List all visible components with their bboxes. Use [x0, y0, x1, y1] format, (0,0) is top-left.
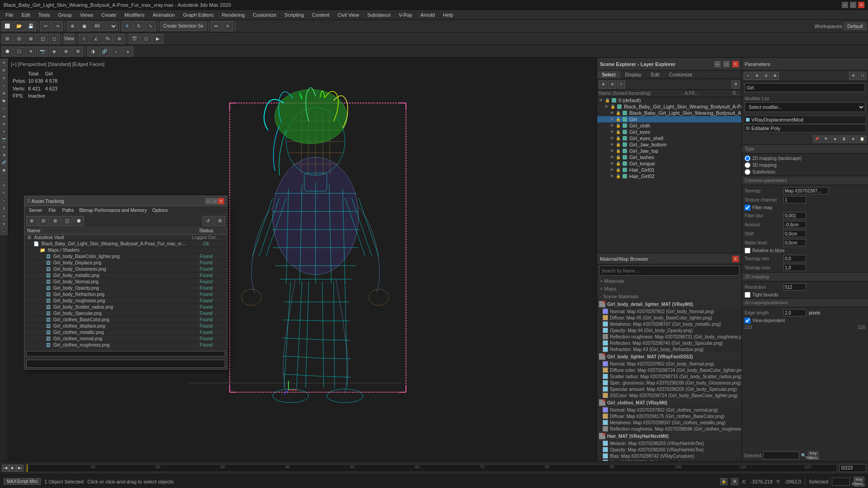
texmap-input[interactable] — [783, 187, 829, 194]
filter-blur-input[interactable] — [783, 212, 806, 219]
at-tb-1[interactable]: ⊕ — [26, 216, 37, 226]
bind-button[interactable]: ⬦ — [111, 47, 122, 56]
shift-input[interactable] — [783, 230, 806, 237]
workspaces-dropdown[interactable]: Default — [844, 23, 866, 30]
radio-subdivision[interactable]: Subdivision — [745, 169, 865, 175]
side-icon-20[interactable]: ⊻ — [0, 205, 8, 212]
at-settings-button[interactable]: ⚙ — [214, 216, 225, 226]
object-name-input[interactable] — [745, 83, 865, 92]
view-dependent-checkbox[interactable] — [745, 318, 750, 324]
undo-button[interactable]: ↩ — [40, 21, 51, 31]
menu-civil-view[interactable]: Civil View — [334, 11, 363, 19]
material-map-item[interactable]: SSColor: Map #2070298724 (Girl_body_Base… — [597, 392, 741, 399]
se-restore[interactable]: □ — [723, 61, 730, 67]
material-map-item[interactable]: Normal: Map #2070297802 (Girl_clothes_no… — [597, 407, 741, 413]
at-restore[interactable]: □ — [212, 198, 218, 204]
se-tree[interactable]: 👁 🔒 0 (default) 👁 🔒 Black_Baby_Girl_Ligh… — [597, 97, 741, 253]
menu-vray[interactable]: V-Ray — [395, 11, 416, 19]
props-tb-5[interactable]: ⚙ — [849, 72, 857, 80]
side-icon-1[interactable]: ⊕ — [0, 59, 8, 66]
modifier-list-dropdown[interactable]: Select modifier... — [745, 102, 865, 112]
scene-explorer-item[interactable]: 👁 🔒 Hair_Girl02 — [597, 173, 741, 179]
menu-customize[interactable]: Customize — [249, 11, 280, 19]
timeline-next-frame[interactable]: ▶| — [16, 465, 24, 472]
at-tree[interactable]: 🏛 Autodesk Vault Logged Out ... 📄 Black_… — [24, 235, 227, 348]
props-tb-4[interactable]: ⊠ — [771, 72, 779, 80]
material-map-item[interactable]: Specular amount: Map #2070298205 (Girl_b… — [597, 386, 741, 392]
align-button[interactable]: ≡ — [222, 21, 233, 31]
selected-input[interactable] — [763, 451, 799, 460]
key-filters-button[interactable]: Key Filters... — [808, 451, 819, 460]
move-button[interactable]: ✛ — [122, 21, 132, 31]
side-icon-12[interactable]: ⊗ — [0, 143, 8, 150]
view-select[interactable]: View — [64, 34, 75, 44]
radio-3d-input[interactable] — [745, 162, 750, 168]
menu-group[interactable]: Group — [54, 11, 75, 19]
scene-explorer-item[interactable]: 👁 🔒 Hair_Girl01 — [597, 167, 741, 173]
angle-snap-button[interactable]: ∠ — [90, 34, 101, 44]
scene-explorer-item[interactable]: 👁 🔒 0 (default) — [597, 97, 741, 103]
modifier-editable-poly[interactable]: Editable Poly — [744, 124, 866, 132]
rotate-button[interactable]: ↻ — [133, 21, 144, 31]
save-button[interactable]: 💾 — [25, 21, 36, 31]
scene-explorer-item[interactable]: 👁 🔒 Girl_Jaw_top — [597, 148, 741, 154]
redo-button[interactable]: ↪ — [52, 21, 63, 31]
menu-help[interactable]: Help — [439, 11, 457, 19]
menu-file[interactable]: File — [2, 11, 17, 19]
se-tb-1[interactable]: ⊕ — [599, 80, 607, 89]
se-tb-3[interactable]: ⚙ — [731, 80, 740, 89]
obj-props-button[interactable]: ◑ — [87, 47, 98, 56]
side-icon-9[interactable]: ⚙ — [0, 120, 8, 127]
link-button[interactable]: 🔗 — [99, 47, 110, 56]
se-tab-display[interactable]: Display — [621, 70, 646, 79]
scale-button[interactable]: ⤡ — [145, 21, 156, 31]
material-group[interactable]: Girl_clothes_MAT (VRayMtl) — [597, 399, 741, 407]
create-lights-button[interactable]: ☀ — [25, 47, 36, 56]
asset-tracking-row[interactable]: 🏛 Autodesk Vault Logged Out ... — [24, 235, 227, 241]
at-menu-file[interactable]: File — [46, 207, 58, 213]
material-map-item[interactable]: Metalness: Map #2070298597 (Girl_clothes… — [597, 419, 741, 426]
status-lock-button[interactable]: 🔒 — [720, 478, 727, 485]
at-minimize[interactable]: ─ — [205, 198, 212, 204]
material-map-item[interactable]: Reflection: Map #2070298740 (Girl_body_S… — [597, 340, 741, 346]
at-menu-options[interactable]: Options — [150, 207, 170, 213]
side-icon-17[interactable]: ✛ — [0, 182, 8, 189]
scene-explorer-item[interactable]: 👁 🔒 Black_Baby_Girl_Light_Skin_Wearing_B… — [597, 110, 741, 116]
frame-input[interactable] — [839, 464, 866, 472]
toolbar2-btn2[interactable]: ⊟ — [14, 34, 24, 44]
close-button[interactable]: ✕ — [858, 2, 864, 8]
timeline-track[interactable]: 0 10 20 30 40 50 60 70 80 90 100 110 120 — [25, 464, 837, 472]
menu-rendering[interactable]: Rendering — [218, 11, 249, 19]
toolbar2-btn4[interactable]: ◫ — [37, 34, 48, 44]
mod-copy-button[interactable]: ⊞ — [849, 136, 857, 143]
timeline-play[interactable]: ▶ — [9, 465, 16, 472]
mod-show-button[interactable]: 👁 — [822, 136, 830, 143]
material-map-item[interactable]: Diffuse: Map #2070298175 (Girl_clothes_B… — [597, 413, 741, 419]
maxscript-mini[interactable]: MAXScript Mini — [4, 478, 41, 485]
asset-tracking-row[interactable]: 🖼 Girl_clothes_metallic.png Found — [24, 329, 227, 336]
mod-delete-button[interactable]: 🗑 — [840, 136, 848, 143]
material-map-item[interactable]: Reflection roughness: Map #2070298731 (G… — [597, 333, 741, 340]
asset-tracking-row[interactable]: 🖼 Girl_body_roughness.png Found — [24, 298, 227, 304]
at-close[interactable]: ✕ — [218, 198, 224, 204]
material-map-item[interactable]: Reflection roughness: Map #2070298596 (G… — [597, 426, 741, 432]
maximize-button[interactable]: □ — [850, 2, 856, 8]
material-group[interactable]: Hair_MAT (VRayHairNextMtl) — [597, 432, 741, 440]
se-tab-select[interactable]: Select — [597, 70, 621, 79]
asset-tracking-row[interactable]: 🖼 Girl_clothes_displace.png Found — [24, 323, 227, 329]
asset-tracking-row[interactable]: 📁 Maps / Shaders — [24, 247, 227, 253]
radio-2d-input[interactable] — [745, 155, 750, 161]
menu-edit[interactable]: Edit — [18, 11, 34, 19]
material-map-item[interactable]: Opacity: Map #4 (Girl_body_Opacity.png) — [597, 327, 741, 333]
side-icon-14[interactable]: 🔗 — [0, 159, 8, 166]
toolbar2-btn1[interactable]: ⊞ — [2, 34, 13, 44]
side-icon-15[interactable]: ▣ — [0, 166, 8, 174]
mat-section-maps[interactable]: + Maps — [597, 285, 741, 292]
se-tab-customize[interactable]: Customize — [665, 70, 698, 79]
menu-substance[interactable]: Substance — [363, 11, 394, 19]
render-frame-button[interactable]: ▶ — [152, 34, 163, 44]
se-tb-filter[interactable]: ▽ — [617, 80, 625, 89]
side-icon-18[interactable]: ↻ — [0, 189, 8, 197]
menu-scripting[interactable]: Scripting — [281, 11, 307, 19]
at-tb-3[interactable]: ⊞ — [50, 216, 61, 226]
